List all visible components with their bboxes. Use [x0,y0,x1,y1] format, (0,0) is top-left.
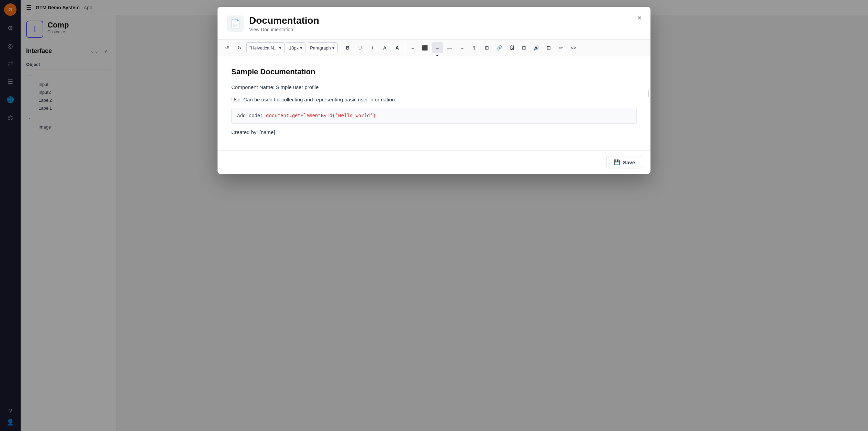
doc-created: Created by: [name] [231,129,637,135]
code-block: Add code: document.getElementById('Hello… [231,108,637,124]
paragraph-select[interactable]: Paragraph ▾ [307,42,338,53]
underline-button[interactable]: U [355,42,366,53]
redo-button[interactable]: ↻ [234,42,245,53]
modal-overlay: 📄 Documentation View Documentation × ↺ ↻… [0,0,868,431]
doc-para-2: Use: Can be used for collecting and repr… [231,96,637,104]
paragraph-chevron-icon: ▾ [332,45,335,51]
ordered-list-button[interactable]: ≡ [457,42,468,53]
scrollbar[interactable] [648,90,649,97]
font-family-select[interactable]: "Helvetica N... ▾ [246,42,285,53]
embed-button[interactable]: ⊞ [519,42,530,53]
save-button[interactable]: 💾 Save [607,156,642,168]
save-icon: 💾 [614,159,620,165]
divider-1 [340,44,340,52]
modal-footer: 💾 Save [218,150,650,174]
italic-button[interactable]: I [367,42,378,53]
link-button[interactable]: 🔗 [494,42,505,53]
highlight-button[interactable]: A [392,42,403,53]
font-size-chevron-icon: ▾ [300,45,302,51]
modal-header: 📄 Documentation View Documentation × [218,7,650,40]
image-button[interactable]: 🖼 [506,42,517,53]
code-button[interactable]: <> [568,42,579,53]
table-button[interactable]: ⊞ [481,42,492,53]
font-size-select[interactable]: 13px ▾ [286,42,305,53]
modal-doc-icon: 📄 [227,15,244,32]
doc-para-1: Component Name: Simple user profile [231,83,637,91]
undo-button[interactable]: ↺ [222,42,233,53]
font-color-button[interactable]: A [379,42,390,53]
align-justify-button[interactable]: — [444,42,455,53]
documentation-modal: 📄 Documentation View Documentation × ↺ ↻… [218,7,650,174]
modal-subtitle: View Documentation [249,27,319,32]
table2-button[interactable]: ⊡ [543,42,554,53]
paragraph-mark-button[interactable]: ¶ [469,42,480,53]
font-size-label: 13px [289,45,299,51]
editor-toolbar: ↺ ↻ "Helvetica N... ▾ 13px ▾ Paragraph ▾… [218,40,650,56]
modal-title: Documentation [249,15,319,26]
save-label: Save [623,159,635,165]
align-left-button[interactable]: ≡ [407,42,418,53]
audio-button[interactable]: 🔊 [531,42,542,53]
bold-button[interactable]: B [342,42,353,53]
paint-button[interactable]: ✏ [556,42,567,53]
align-center-button[interactable]: ⬛ [420,42,431,53]
font-family-chevron-icon: ▾ [279,45,281,51]
doc-heading: Sample Documentation [231,67,637,76]
divider-2 [405,44,405,52]
editor-content: Sample Documentation Component Name: Sim… [218,56,650,150]
align-right-button[interactable]: ≡ Align [432,42,443,53]
code-content: document.getElementById('Hello World') [266,113,376,119]
code-prefix: Add code: [237,113,266,119]
close-button[interactable]: × [634,12,645,23]
modal-title-area: Documentation View Documentation [249,15,319,32]
font-family-label: "Helvetica N... [249,45,278,51]
paragraph-label: Paragraph [310,45,331,51]
